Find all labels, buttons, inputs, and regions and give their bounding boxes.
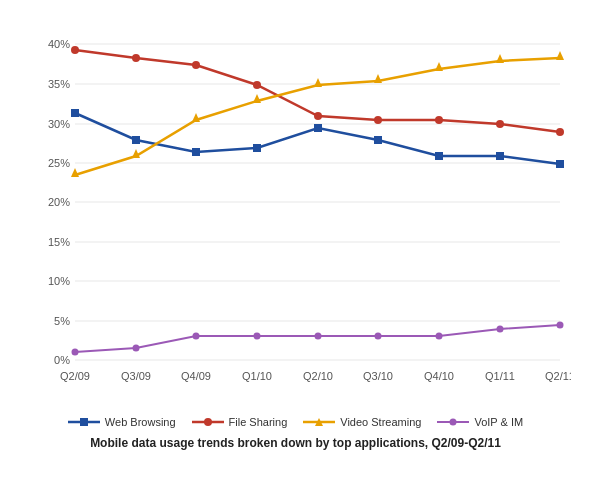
chart-legend: Web Browsing File Sharing Video Streamin… bbox=[20, 416, 571, 428]
y-label-35: 35% bbox=[48, 78, 70, 90]
legend-item-file-sharing: File Sharing bbox=[192, 416, 288, 428]
legend-line-web-browsing bbox=[68, 417, 100, 427]
fs-m5 bbox=[374, 116, 382, 124]
legend-label-file-sharing: File Sharing bbox=[229, 416, 288, 428]
svg-point-16 bbox=[450, 419, 457, 426]
wb-m6 bbox=[435, 152, 443, 160]
fs-m3 bbox=[253, 81, 261, 89]
fs-m6 bbox=[435, 116, 443, 124]
voip-m4 bbox=[315, 333, 322, 340]
x-label-7: Q1/11 bbox=[485, 370, 515, 382]
wb-m8 bbox=[556, 160, 564, 168]
wb-m5 bbox=[374, 136, 382, 144]
legend-line-voip-im bbox=[437, 417, 469, 427]
y-label-40: 40% bbox=[48, 38, 70, 50]
x-label-0: Q2/09 bbox=[60, 370, 90, 382]
y-label-20: 20% bbox=[48, 196, 70, 208]
legend-item-video-streaming: Video Streaming bbox=[303, 416, 421, 428]
chart-container: 0% 5% 10% 15% 20% 25% 30% 35% 40% Q2/09 … bbox=[0, 0, 591, 500]
vs-m8 bbox=[556, 51, 564, 60]
x-label-4: Q2/10 bbox=[303, 370, 333, 382]
x-label-5: Q3/10 bbox=[363, 370, 393, 382]
legend-item-voip-im: VoIP & IM bbox=[437, 416, 523, 428]
fs-m8 bbox=[556, 128, 564, 136]
fs-m7 bbox=[496, 120, 504, 128]
wb-m2 bbox=[192, 148, 200, 156]
voip-m5 bbox=[375, 333, 382, 340]
wb-m3 bbox=[253, 144, 261, 152]
x-label-3: Q1/10 bbox=[242, 370, 272, 382]
legend-line-video-streaming bbox=[303, 417, 335, 427]
vs-m6 bbox=[435, 62, 443, 71]
legend-item-web-browsing: Web Browsing bbox=[68, 416, 176, 428]
fs-m4 bbox=[314, 112, 322, 120]
x-label-8: Q2/11 bbox=[545, 370, 571, 382]
y-label-30: 30% bbox=[48, 118, 70, 130]
legend-line-file-sharing bbox=[192, 417, 224, 427]
chart-svg: 0% 5% 10% 15% 20% 25% 30% 35% 40% Q2/09 … bbox=[20, 20, 571, 410]
fs-m2 bbox=[192, 61, 200, 69]
fs-m0 bbox=[71, 46, 79, 54]
chart-area: 0% 5% 10% 15% 20% 25% 30% 35% 40% Q2/09 … bbox=[20, 20, 571, 410]
y-label-15: 15% bbox=[48, 236, 70, 248]
vs-m5 bbox=[374, 74, 382, 83]
y-label-10: 10% bbox=[48, 275, 70, 287]
vs-m2 bbox=[192, 113, 200, 122]
legend-label-video-streaming: Video Streaming bbox=[340, 416, 421, 428]
wb-m0 bbox=[71, 109, 79, 117]
voip-m7 bbox=[497, 326, 504, 333]
vs-m3 bbox=[253, 94, 261, 103]
vs-m0 bbox=[71, 168, 79, 177]
svg-rect-10 bbox=[80, 418, 88, 426]
voip-m0 bbox=[72, 349, 79, 356]
x-label-6: Q4/10 bbox=[424, 370, 454, 382]
wb-m4 bbox=[314, 124, 322, 132]
y-label-0: 0% bbox=[54, 354, 70, 366]
y-label-25: 25% bbox=[48, 157, 70, 169]
chart-title: Mobile data usage trends broken down by … bbox=[20, 436, 571, 450]
legend-label-voip-im: VoIP & IM bbox=[474, 416, 523, 428]
svg-point-12 bbox=[204, 418, 212, 426]
web-browsing-line bbox=[75, 113, 560, 164]
vs-m7 bbox=[496, 54, 504, 63]
voip-m1 bbox=[133, 345, 140, 352]
legend-label-web-browsing: Web Browsing bbox=[105, 416, 176, 428]
wb-m7 bbox=[496, 152, 504, 160]
voip-m3 bbox=[254, 333, 261, 340]
x-label-1: Q3/09 bbox=[121, 370, 151, 382]
wb-m1 bbox=[132, 136, 140, 144]
fs-m1 bbox=[132, 54, 140, 62]
voip-m6 bbox=[436, 333, 443, 340]
voip-m2 bbox=[193, 333, 200, 340]
x-label-2: Q4/09 bbox=[181, 370, 211, 382]
vs-m4 bbox=[314, 78, 322, 87]
y-label-5: 5% bbox=[54, 315, 70, 327]
voip-m8 bbox=[557, 322, 564, 329]
